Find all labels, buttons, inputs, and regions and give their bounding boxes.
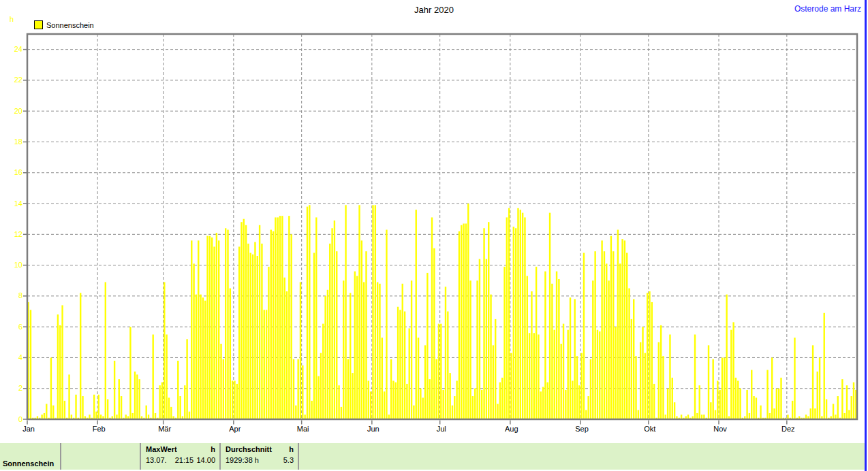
bar-day-363 [848,410,850,419]
bar-day-361 [843,413,845,419]
bar-day-118 [293,359,294,419]
bar-day-222 [529,333,530,419]
bar-day-97 [245,225,247,419]
bar-day-210 [501,378,503,419]
bar-day-158 [384,391,385,419]
bar-day-319 [749,413,750,419]
bar-day-120 [297,359,298,419]
y-tick-label-18: 18 [1,137,22,146]
bar-day-53 [146,406,147,419]
bar-day-274 [647,293,648,419]
bar-day-196 [469,280,471,419]
bar-day-88 [225,228,226,419]
bar-day-16 [61,305,63,419]
bar-day-309 [726,295,727,419]
bar-day-246 [583,253,585,419]
bar-day-130 [320,353,322,419]
bar-day-127 [313,253,315,419]
bar-day-93 [236,384,238,419]
maxwert-date: 13.07. [146,456,167,464]
bar-day-78 [202,297,204,419]
bar-day-49 [136,374,138,419]
bar-day-283 [667,389,668,419]
bar-day-324 [760,406,761,419]
status-series-cell: Sonnenschein [0,443,60,470]
bar-day-320 [751,370,752,419]
x-tick-label-Dez: Dez [773,425,803,434]
maxwert-label: MaxWert [146,445,177,453]
bar-day-226 [538,334,539,419]
bar-day-9 [46,404,47,419]
bar-day-15 [59,325,61,419]
bar-day-262 [619,263,621,419]
durchschnitt-label: Durchschnitt [226,445,272,453]
bar-day-71 [186,339,187,419]
x-tick-label-Apr: Apr [220,425,250,434]
bar-day-205 [490,295,491,419]
bar-day-182 [438,324,439,419]
bar-day-330 [773,408,775,419]
bar-day-241 [572,380,573,419]
bar-day-266 [628,289,630,419]
bar-day-285 [672,378,673,419]
bar-day-311 [730,330,732,419]
bar-day-223 [531,291,532,419]
bar-day-219 [522,213,523,419]
x-tick-label-Jan: Jan [14,425,44,434]
bar-day-349 [817,372,818,419]
bar-day-94 [238,246,240,419]
bar-day-239 [567,330,568,419]
y-tick-label-6: 6 [1,323,22,331]
bar-day-240 [570,297,571,419]
bar-day-104 [261,244,262,419]
bar-day-110 [275,217,276,419]
bar-day-142 [347,359,349,419]
bar-day-35 [105,282,106,420]
bar-day-133 [327,290,328,419]
bar-day-358 [837,396,839,419]
bar-day-141 [345,205,346,419]
bar-day-62 [166,334,167,419]
bar-day-85 [218,240,219,419]
bar-day-280 [660,325,662,419]
bar-day-48 [134,372,136,419]
bar-day-139 [341,407,342,419]
bar-day-214 [510,353,512,419]
bar-day-265 [626,253,627,419]
maxwert-value: 14.00 [196,456,215,464]
bar-day-212 [506,217,508,419]
x-tick-label-Aug: Aug [497,425,527,434]
bar-day-151 [368,380,369,419]
bar-day-327 [766,370,768,419]
bar-day-165 [399,310,401,419]
bar-day-211 [503,267,505,419]
bar-day-347 [812,345,813,419]
x-tick-label-Jul: Jul [427,425,456,434]
bar-day-235 [558,279,559,419]
y-tick-label-24: 24 [1,45,22,54]
bar-day-270 [638,410,639,419]
bar-day-245 [580,353,582,419]
bar-day-260 [615,327,616,419]
bar-day-244 [578,385,580,419]
bar-day-201 [481,390,482,419]
bar-day-172 [416,210,417,419]
bar-day-305 [717,380,718,419]
maxwert-unit: h [211,445,215,453]
y-tick-label-20: 20 [1,107,22,116]
bar-day-256 [606,263,607,419]
bar-day-32 [98,395,99,419]
bar-day-122 [302,366,303,419]
bar-day-263 [621,239,623,419]
bar-day-70 [184,385,185,419]
bar-day-306 [719,390,720,419]
y-tick-label-2: 2 [1,384,22,393]
bar-day-73 [191,240,192,419]
bar-day-144 [352,373,353,419]
bar-day-46 [129,327,131,419]
bar-day-314 [737,380,739,419]
bar-day-353 [826,400,827,419]
bar-day-2 [30,310,31,419]
bar-day-295 [694,334,696,419]
bar-day-125 [309,205,310,419]
